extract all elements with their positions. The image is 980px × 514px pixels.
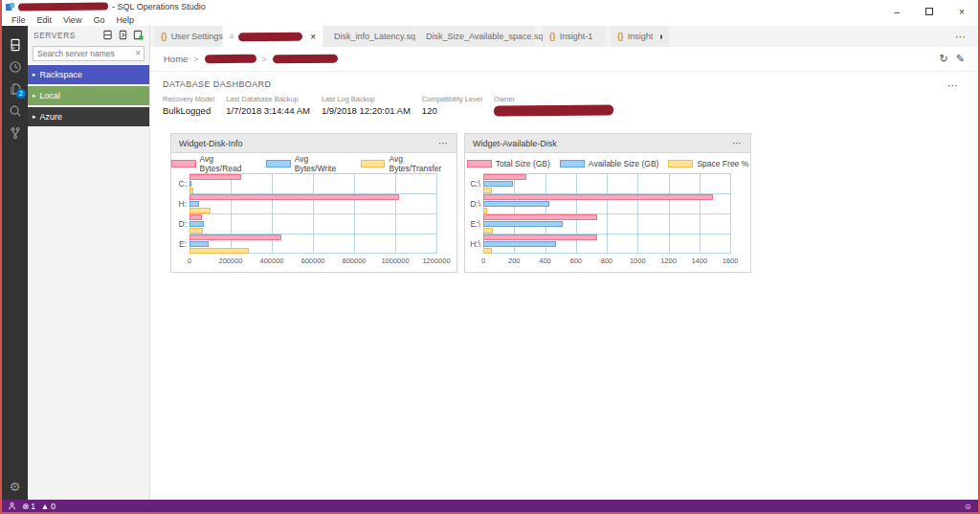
chart-bar [483, 228, 493, 234]
chart-bar [189, 214, 202, 220]
connection-status-icon[interactable] [8, 502, 16, 510]
close-button[interactable]: × [946, 0, 978, 25]
chevron-right-icon: > [262, 55, 267, 64]
explorer-icon[interactable]: 2 [2, 78, 28, 100]
new-connection-icon[interactable] [102, 30, 113, 42]
activity-bar: 2 ⚙ [2, 26, 28, 500]
title-bar: - SQL Operations Studio – × [2, 0, 978, 13]
window-title: - SQL Operations Studio [112, 2, 206, 11]
source-control-icon[interactable] [2, 122, 28, 144]
prop-value: 1/9/2018 12:20:01 AM [322, 105, 411, 116]
server-group-local[interactable]: ▸ Local [28, 86, 149, 105]
search-icon[interactable] [2, 100, 28, 122]
tab-dashboard-active[interactable]: ≡ × [223, 26, 323, 47]
axis-tick-label: 1000 [630, 257, 646, 265]
tab-insight[interactable]: {} Insight [611, 26, 670, 47]
sidebar-header: SERVERS [28, 26, 149, 45]
plot-column: 02004006008001000120014001600 [483, 173, 730, 266]
chart-bar [483, 181, 513, 187]
search-server-input[interactable] [33, 46, 145, 61]
dashboard-more-icon[interactable]: ⋯ [947, 79, 959, 92]
menu-edit[interactable]: Edit [32, 15, 58, 25]
category-label: E:\ [467, 213, 483, 234]
axis-tick-label: 400 [539, 257, 551, 265]
legend-swatch-icon [361, 160, 386, 168]
tab-insight-1[interactable]: {} Insight-1 [543, 26, 606, 47]
widget-disk-info: Widget-Disk-Info ⋯ Avg Bytes/ReadAvg Byt… [170, 133, 457, 273]
legend-label: Avg Bytes/Write [295, 154, 351, 173]
task-history-icon[interactable] [2, 56, 28, 78]
widget-menu-icon[interactable]: ⋯ [438, 138, 449, 148]
axis-tick-label: 1200 [660, 257, 677, 265]
category-label: C: [173, 173, 189, 193]
maximize-button[interactable] [913, 0, 946, 25]
chart-bar [483, 201, 549, 207]
widget-title: Widget-Disk-Info [179, 139, 438, 148]
chart-bar [483, 235, 597, 240]
chart-bar [483, 248, 492, 254]
settings-gear-icon[interactable]: ⚙ [2, 480, 28, 494]
editor-area: {} User Settings ≡ × Disk_info_Latency.s… [150, 26, 978, 500]
widget-menu-icon[interactable]: ⋯ [732, 138, 743, 148]
tab-user-settings[interactable]: {} User Settings [154, 26, 223, 47]
server-group-rackspace[interactable]: ▸ Rackspace [28, 65, 149, 84]
error-icon: ⊗ [22, 502, 29, 511]
chevron-right-icon: > [193, 55, 198, 64]
legend-swatch-icon [467, 160, 492, 168]
minimize-button[interactable]: – [880, 0, 913, 25]
prop-value: 1/7/2018 3:14:44 AM [226, 105, 310, 116]
refresh-icon[interactable]: ↻ [940, 53, 948, 65]
menu-view[interactable]: View [57, 15, 87, 25]
menu-bar: File Edit View Go Help [2, 13, 978, 26]
expand-arrow-icon: ▸ [33, 113, 36, 121]
more-actions-icon[interactable]: ⋯ [955, 26, 967, 47]
error-count[interactable]: ⊗ 1 [22, 502, 35, 511]
server-group-azure[interactable]: ▸ Azure [28, 107, 149, 126]
bar-group [483, 213, 730, 234]
database-properties: Recovery Model BulkLogged Last Database … [163, 95, 965, 118]
chart-bar [189, 174, 241, 180]
gridline [730, 173, 731, 254]
x-axis: 020000040000060000080000010000001200000 [189, 254, 436, 266]
close-tab-icon[interactable]: × [310, 32, 316, 42]
new-server-group-icon[interactable] [133, 30, 144, 42]
category-label: H: [173, 193, 189, 213]
error-count-value: 1 [31, 502, 35, 511]
chart-bar [483, 174, 526, 180]
app-window: - SQL Operations Studio – × File Edit Vi… [0, 0, 980, 514]
app-logo-icon [6, 3, 14, 11]
menu-file[interactable]: File [6, 15, 32, 25]
bar-group [189, 213, 436, 234]
tab-disk-size-available-space[interactable]: Disk_Size_Available_space.sql [415, 26, 536, 47]
redaction-owner [494, 104, 613, 116]
prop-label: Compatibility Level [422, 95, 482, 103]
prop-value: 120 [422, 105, 482, 116]
tab-label: Disk_info_Latency.sql [334, 32, 417, 41]
legend-item: Avg Bytes/Write [266, 154, 351, 173]
plot-area [483, 173, 730, 254]
chart-bar [483, 194, 713, 200]
chart-bar [483, 221, 563, 227]
servers-sidebar: SERVERS × ▸ Rackspace ▸ Local ▸ Azure [28, 26, 150, 500]
warning-count[interactable]: ▲ 0 [41, 502, 56, 511]
breadcrumb-home[interactable]: Home [164, 54, 188, 64]
feedback-smiley-icon[interactable]: ☺ [964, 502, 972, 511]
edit-pencil-icon[interactable]: ✎ [956, 53, 965, 65]
servers-view-icon[interactable] [2, 34, 28, 56]
menu-go[interactable]: Go [87, 15, 110, 25]
tab-disk-info-latency[interactable]: Disk_info_Latency.sql [323, 26, 415, 47]
widget-available-disk: Widget-Available-Disk ⋯ Total Size (GB)A… [464, 133, 751, 273]
prop-value [494, 105, 613, 118]
menu-help[interactable]: Help [110, 15, 140, 25]
axis-tick-label: 1000000 [381, 257, 409, 265]
chart-bar [189, 194, 399, 200]
axis-tick-label: 400000 [259, 257, 283, 265]
server-search: × [33, 46, 145, 61]
tab-label: Insight [628, 32, 654, 41]
chart-plot-region: C:\D:\E:\H:\0200400600800100012001400160… [465, 171, 750, 266]
unsaved-dot-icon [660, 34, 662, 39]
legend-label: Avg Bytes/Read [200, 154, 257, 173]
toggle-connections-icon[interactable] [118, 30, 128, 42]
axis-tick-label: 0 [481, 257, 485, 265]
clear-search-icon[interactable]: × [135, 48, 141, 58]
